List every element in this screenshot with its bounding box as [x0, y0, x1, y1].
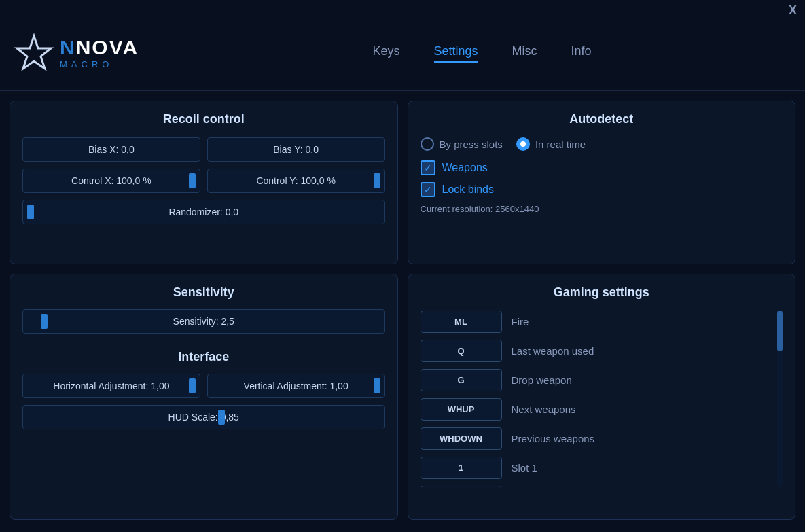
nav-keys[interactable]: Keys	[373, 44, 400, 63]
weapons-checkbox-row[interactable]: ✓ Weapons	[421, 160, 783, 175]
main-content: Recoil control Bias X: 0,0 Bias Y: 0,0 C…	[0, 91, 805, 529]
horizontal-label: Horizontal Adjustment: 1,00	[53, 380, 169, 391]
hud-row: HUD Scale: 0,85	[22, 405, 385, 429]
action-label: Drop weapon	[512, 374, 572, 386]
title-bar: X	[0, 0, 805, 16]
gaming-row: ML Fire	[421, 311, 766, 333]
header: NNOVA MACRO Keys Settings Misc Info	[0, 16, 805, 91]
key-button[interactable]: G	[421, 369, 502, 391]
interface-section: Interface Horizontal Adjustment: 1,00 Ve…	[22, 350, 385, 436]
randomizer-label: Randomizer: 0,0	[168, 207, 238, 217]
bias-y-label: Bias Y: 0,0	[273, 144, 319, 155]
gaming-settings-title: Gaming settings	[421, 285, 783, 300]
interface-title: Interface	[22, 350, 385, 364]
logo-macro: MACRO	[60, 59, 139, 69]
control-x-input[interactable]: Control X: 100,0 %	[22, 169, 200, 193]
nav: Keys Settings Misc Info	[179, 44, 785, 63]
action-label: Last weapon used	[512, 345, 594, 357]
key-button[interactable]: 2	[421, 486, 502, 487]
lock-binds-checkbox[interactable]: ✓	[421, 182, 435, 197]
control-y-input[interactable]: Control Y: 100,0 %	[207, 169, 385, 193]
hud-scale-thumb	[218, 410, 225, 425]
bias-row: Bias X: 0,0 Bias Y: 0,0	[22, 137, 385, 162]
key-button[interactable]: 1	[421, 457, 502, 479]
nav-info[interactable]: Info	[571, 44, 592, 63]
gaming-settings-panel: Gaming settings ML Fire Q Last weapon us…	[408, 274, 796, 520]
gaming-row: WHDOWN Previous weapons	[421, 427, 766, 450]
sensitivity-label: Sensitivity: 2,5	[173, 316, 234, 327]
control-y-label: Control Y: 100,0 %	[256, 175, 335, 186]
logo-text: NNOVA MACRO	[60, 37, 139, 69]
control-row: Control X: 100,0 % Control Y: 100,0 %	[22, 169, 385, 193]
key-button[interactable]: ML	[421, 311, 502, 333]
randomizer-row: Randomizer: 0,0	[22, 200, 385, 224]
key-button[interactable]: WHDOWN	[421, 427, 502, 450]
gaming-settings-container: ML Fire Q Last weapon used G Drop weapon…	[421, 311, 783, 487]
gaming-row: 1 Slot 1	[421, 457, 766, 479]
adjustment-row: Horizontal Adjustment: 1,00 Vertical Adj…	[22, 374, 385, 398]
vertical-thumb	[374, 378, 380, 393]
control-x-thumb	[189, 173, 196, 188]
sensitivity-section: Sensitivity Sensitivity: 2,5	[22, 285, 385, 340]
resolution-text: Current resolution: 2560x1440	[421, 204, 783, 214]
action-label: Previous weapons	[512, 433, 595, 444]
svg-marker-0	[17, 36, 51, 69]
by-press-slots-radio[interactable]	[421, 137, 434, 151]
sensitivity-title: Sensitivity	[22, 285, 385, 300]
bias-x-input[interactable]: Bias X: 0,0	[22, 137, 200, 162]
logo-n: N	[60, 36, 76, 58]
gaming-row: G Drop weapon	[421, 369, 766, 391]
vertical-label: Vertical Adjustment: 1,00	[244, 380, 348, 391]
autodetect-radio-row: By press slots In real time	[421, 137, 783, 151]
autodetect-panel: Autodetect By press slots In real time ✓…	[408, 101, 796, 264]
in-real-time-option[interactable]: In real time	[516, 137, 586, 151]
bias-y-input[interactable]: Bias Y: 0,0	[207, 137, 385, 162]
action-label: Fire	[512, 316, 529, 327]
randomizer-input[interactable]: Randomizer: 0,0	[22, 200, 385, 224]
recoil-control-panel: Recoil control Bias X: 0,0 Bias Y: 0,0 C…	[10, 101, 398, 264]
key-button[interactable]: Q	[421, 340, 502, 362]
horizontal-adjustment-input[interactable]: Horizontal Adjustment: 1,00	[22, 374, 200, 398]
weapons-checkbox[interactable]: ✓	[421, 160, 435, 175]
randomizer-thumb	[27, 205, 34, 219]
action-label: Next weapons	[512, 404, 576, 415]
bias-x-label: Bias X: 0,0	[88, 144, 135, 155]
nav-misc[interactable]: Misc	[512, 44, 537, 63]
lock-binds-label: Lock binds	[442, 183, 495, 196]
control-x-label: Control X: 100,0 %	[71, 175, 151, 186]
action-label: Slot 1	[512, 462, 537, 474]
sensitivity-thumb	[41, 314, 48, 329]
sensitivity-input[interactable]: Sensitivity: 2,5	[22, 309, 385, 334]
hud-scale-input[interactable]: HUD Scale: 0,85	[22, 405, 385, 429]
gaming-row: Q Last weapon used	[421, 340, 766, 362]
gaming-row: 2 Slot 2	[421, 486, 766, 487]
gaming-settings-list[interactable]: ML Fire Q Last weapon used G Drop weapon…	[421, 311, 775, 487]
gaming-scrollbar-thumb	[777, 311, 783, 351]
autodetect-title: Autodetect	[421, 112, 783, 126]
control-y-thumb	[374, 173, 380, 188]
sensitivity-row: Sensitivity: 2,5	[22, 309, 385, 334]
gaming-row: WHUP Next weapons	[421, 398, 766, 421]
weapons-label: Weapons	[442, 162, 488, 174]
recoil-control-title: Recoil control	[22, 112, 385, 126]
close-button[interactable]: X	[789, 4, 797, 16]
key-button[interactable]: WHUP	[421, 398, 502, 421]
horizontal-thumb	[189, 378, 196, 393]
by-press-slots-label: By press slots	[440, 139, 503, 150]
gaming-scrollbar[interactable]	[777, 311, 783, 487]
left-bottom-panel: Sensitivity Sensitivity: 2,5 Interface H…	[10, 274, 398, 520]
in-real-time-radio[interactable]	[516, 137, 530, 151]
nav-settings[interactable]: Settings	[434, 44, 478, 63]
lock-binds-checkbox-row[interactable]: ✓ Lock binds	[421, 182, 783, 197]
by-press-slots-option[interactable]: By press slots	[421, 137, 503, 151]
hud-scale-label: HUD Scale: 0,85	[168, 412, 239, 423]
logo: NNOVA MACRO	[14, 33, 139, 74]
vertical-adjustment-input[interactable]: Vertical Adjustment: 1,00	[207, 374, 385, 398]
logo-nova: NNOVA	[60, 37, 139, 58]
logo-star-icon	[14, 33, 54, 74]
in-real-time-label: In real time	[535, 139, 586, 150]
